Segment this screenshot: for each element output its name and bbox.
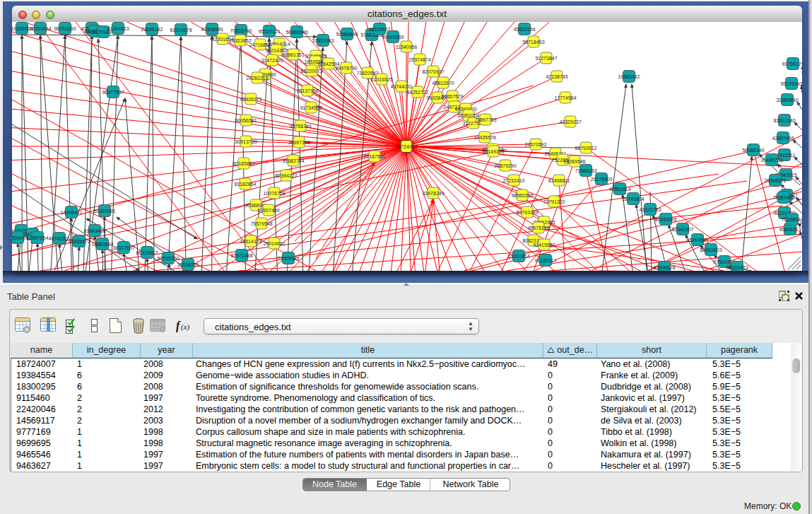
- svg-text:45575298: 45575298: [527, 226, 549, 230]
- svg-text:98550256: 98550256: [511, 193, 533, 198]
- svg-text:45812670: 45812670: [432, 81, 454, 86]
- svg-text:82340307: 82340307: [671, 227, 693, 232]
- svg-text:55657579: 55657579: [441, 94, 463, 99]
- svg-text:96282117: 96282117: [535, 258, 557, 263]
- svg-text:17507864: 17507864: [26, 235, 48, 240]
- svg-text:11540956: 11540956: [396, 45, 418, 49]
- svg-text:38119557: 38119557: [369, 27, 391, 32]
- svg-text:63100814: 63100814: [507, 254, 529, 259]
- svg-text:36697396: 36697396: [288, 140, 310, 145]
- svg-text:32969840: 32969840: [776, 98, 798, 103]
- svg-text:52339391: 52339391: [93, 209, 115, 214]
- svg-text:45551614: 45551614: [608, 187, 630, 192]
- svg-text:28566572: 28566572: [764, 178, 786, 183]
- svg-text:82394227: 82394227: [275, 173, 297, 178]
- svg-text:84252722: 84252722: [406, 90, 428, 95]
- svg-text:89978790: 89978790: [335, 66, 357, 71]
- svg-text:75579548: 75579548: [250, 221, 272, 226]
- svg-text:43101783: 43101783: [639, 207, 661, 212]
- svg-text:72820592: 72820592: [356, 71, 378, 76]
- svg-text:78387461: 78387461: [772, 195, 794, 200]
- svg-text:97971488: 97971488: [230, 253, 252, 258]
- svg-text:88461803: 88461803: [700, 247, 722, 252]
- svg-text:78137358: 78137358: [296, 88, 318, 93]
- svg-text:25014631: 25014631: [263, 241, 285, 246]
- svg-text:40742311: 40742311: [49, 236, 71, 241]
- svg-text:95320121: 95320121: [258, 29, 280, 34]
- svg-text:66792612: 66792612: [575, 146, 596, 151]
- svg-text:83793389: 83793389: [516, 210, 538, 215]
- svg-text:58966946: 58966946: [286, 30, 307, 35]
- svg-text:16150444: 16150444: [29, 26, 51, 31]
- svg-text:91415657: 91415657: [533, 243, 555, 247]
- svg-text:86149359: 86149359: [482, 149, 504, 154]
- svg-text:96977837: 96977837: [102, 90, 124, 95]
- svg-text:29175900: 29175900: [590, 177, 612, 182]
- svg-text:33978249: 33978249: [422, 191, 444, 196]
- svg-text:81182864: 81182864: [235, 182, 257, 187]
- svg-text:61220073: 61220073: [300, 69, 322, 74]
- svg-text:31472420: 31472420: [261, 58, 283, 63]
- svg-text:20570592: 20570592: [524, 142, 546, 147]
- svg-text:23556182: 23556182: [141, 27, 163, 32]
- svg-text:30513739: 30513739: [235, 139, 257, 144]
- svg-text:66661351: 66661351: [282, 52, 304, 57]
- svg-text:25374874: 25374874: [408, 57, 430, 62]
- svg-text:31831063: 31831063: [312, 38, 334, 43]
- svg-text:42138745: 42138745: [546, 74, 567, 79]
- svg-text:99949389: 99949389: [382, 35, 404, 40]
- svg-text:91734598: 91734598: [300, 105, 322, 110]
- svg-text:98753260: 98753260: [54, 26, 76, 31]
- svg-text:14308421: 14308421: [60, 210, 82, 215]
- svg-text:27232410: 27232410: [502, 178, 524, 183]
- svg-text:59684848: 59684848: [336, 32, 358, 37]
- svg-text:47308985: 47308985: [201, 27, 223, 32]
- svg-text:28740864: 28740864: [622, 197, 644, 201]
- svg-text:19583482: 19583482: [618, 74, 640, 79]
- svg-text:61019678: 61019678: [170, 28, 192, 33]
- svg-text:95899313: 95899313: [779, 227, 801, 232]
- svg-text:45833156: 45833156: [513, 27, 535, 32]
- svg-text:41244663: 41244663: [107, 26, 129, 31]
- svg-text:85345555: 85345555: [654, 217, 676, 222]
- svg-text:73791320: 73791320: [543, 199, 565, 204]
- svg-text:f: f: [176, 320, 181, 332]
- svg-text:81016525: 81016525: [370, 77, 392, 82]
- svg-text:81691040: 81691040: [773, 118, 795, 123]
- svg-text:18883684: 18883684: [91, 242, 113, 247]
- svg-text:53507489: 53507489: [257, 208, 279, 213]
- svg-text:93926371: 93926371: [240, 97, 261, 102]
- svg-text:16323852: 16323852: [229, 38, 251, 43]
- svg-text:91756179: 91756179: [782, 62, 802, 66]
- svg-text:60185867: 60185867: [233, 161, 254, 166]
- svg-text:70897765: 70897765: [474, 117, 496, 122]
- svg-text:50056581: 50056581: [235, 118, 257, 123]
- svg-text:38317637: 38317637: [112, 245, 134, 250]
- svg-text:31682744: 31682744: [282, 158, 304, 163]
- svg-text:51273847: 51273847: [535, 56, 557, 61]
- svg-text:45935572: 45935572: [68, 239, 90, 244]
- svg-text:88320463: 88320463: [726, 265, 748, 270]
- svg-text:43744231: 43744231: [390, 84, 412, 89]
- svg-text:82070937: 82070937: [422, 69, 444, 74]
- svg-text:95758349: 95758349: [289, 124, 311, 129]
- svg-text:24282218: 24282218: [246, 76, 268, 81]
- svg-text:81498611: 81498611: [548, 178, 570, 183]
- svg-text:52235350: 52235350: [157, 256, 179, 261]
- svg-text:63843426: 63843426: [83, 228, 105, 233]
- svg-text:39436733: 39436733: [760, 158, 782, 163]
- svg-text:18724007: 18724007: [395, 144, 417, 149]
- svg-text:42857966: 42857966: [772, 136, 794, 141]
- svg-text:77005685: 77005685: [277, 256, 299, 261]
- svg-text:(x): (x): [181, 322, 190, 332]
- svg-text:17774584: 17774584: [554, 95, 576, 100]
- svg-text:10435578: 10435578: [473, 135, 495, 140]
- svg-text:95225343: 95225343: [780, 81, 802, 86]
- svg-text:70855700: 70855700: [230, 28, 252, 33]
- svg-text:26879290: 26879290: [494, 163, 516, 168]
- svg-text:19289546: 19289546: [563, 159, 585, 164]
- svg-text:12614124: 12614124: [240, 239, 261, 244]
- svg-text:42329237: 42329237: [559, 119, 581, 124]
- svg-text:76238574: 76238574: [781, 217, 802, 222]
- svg-text:63606628: 63606628: [653, 265, 675, 270]
